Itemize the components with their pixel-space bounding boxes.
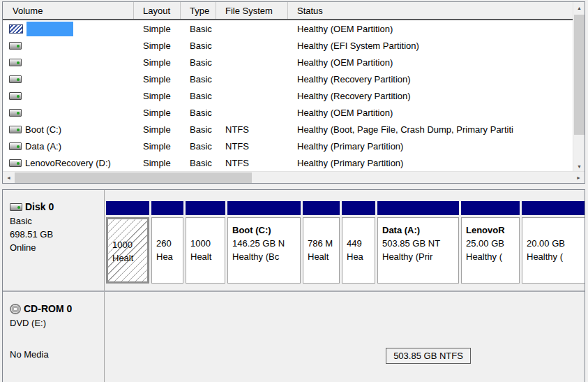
column-header-type[interactable]: Type: [181, 2, 216, 19]
partition-block[interactable]: LenovoR25.00 GBHealthy (: [461, 201, 520, 284]
vertical-scrollbar[interactable]: ▲ ▼: [573, 2, 585, 172]
layout-cell: Simple: [134, 24, 181, 34]
status-cell: Healthy (OEM Partition): [288, 108, 585, 118]
partition-health: Hea: [347, 250, 372, 263]
volume-cell: [3, 92, 134, 100]
partition-status-band: [186, 201, 225, 215]
partition-size: 1000: [112, 238, 145, 251]
layout-cell: Simple: [134, 74, 181, 85]
partition-block[interactable]: 20.00 GBHealthy (: [522, 201, 585, 284]
partition-block[interactable]: Boot (C:)146.25 GB NHealthy (Bc: [227, 201, 301, 284]
scroll-right-arrow-icon[interactable]: ►: [573, 172, 585, 184]
table-row[interactable]: SimpleBasicHealthy (OEM Partition): [3, 54, 585, 71]
partition-status-band: [151, 201, 183, 215]
partition-block-selected[interactable]: 1000Healt: [106, 201, 149, 284]
type-cell: Basic: [181, 41, 216, 51]
column-header-volume[interactable]: Volume: [3, 2, 134, 19]
drive-led-icon: [17, 128, 20, 131]
status-cell: Healthy (OEM Partition): [288, 24, 585, 34]
partition-size: 786 M: [308, 237, 337, 250]
drive-led-icon: [17, 45, 20, 47]
cdrom-header[interactable]: CD-ROM 0 DVD (E:) No Media: [3, 292, 105, 382]
table-row[interactable]: Boot (C:)SimpleBasicNTFSHealthy (Boot, P…: [3, 121, 585, 138]
disk0-graph: 1000Healt260Hea1000HealtBoot (C:)146.25 …: [105, 190, 585, 291]
layout-cell: Simple: [134, 158, 181, 168]
volume-cell: [3, 22, 134, 36]
drive-icon: [9, 126, 22, 133]
partition-size: 146.25 GB N: [232, 237, 298, 250]
partition-body: 1000Healt: [186, 217, 225, 284]
drive-icon: [9, 75, 22, 83]
layout-cell: Simple: [134, 41, 181, 51]
partition-health: Healthy (Prir: [382, 250, 456, 263]
partition-label: [190, 223, 223, 237]
drive-icon: [9, 59, 22, 66]
drive-led-icon: [17, 95, 20, 98]
partition-label: [156, 223, 181, 237]
type-cell: Basic: [181, 108, 216, 118]
partition-block[interactable]: 449Hea: [342, 201, 375, 284]
partition-health: Healt: [308, 250, 337, 263]
table-row[interactable]: SimpleBasicHealthy (EFI System Partition…: [3, 37, 585, 54]
drive-led-icon: [17, 61, 20, 64]
type-cell: Basic: [181, 141, 216, 152]
volume-cell: [3, 59, 134, 66]
layout-cell: Simple: [134, 141, 181, 152]
disk0-header[interactable]: Disk 0 Basic 698.51 GB Online: [3, 190, 105, 291]
type-cell: Basic: [181, 74, 216, 85]
partition-label: [308, 223, 337, 237]
volume-table-header: VolumeLayoutTypeFile SystemStatus: [3, 2, 585, 20]
file-system-cell: NTFS: [216, 141, 288, 152]
table-row[interactable]: SimpleBasicHealthy (Recovery Partition): [3, 87, 585, 104]
partition-health: Healthy (Bc: [232, 250, 298, 263]
partition-size: 25.00 GB: [466, 237, 517, 250]
file-system-cell: NTFS: [216, 124, 288, 135]
drive-icon: [9, 109, 22, 117]
table-row[interactable]: SimpleBasicHealthy (OEM Partition): [3, 20, 585, 37]
partition-size: 1000: [190, 237, 223, 250]
drive-icon: [9, 42, 22, 50]
layout-cell: Simple: [134, 57, 181, 68]
column-header-file-system[interactable]: File System: [216, 2, 288, 19]
partition-block[interactable]: 1000Healt: [186, 201, 225, 284]
drive-icon: [9, 92, 22, 100]
column-header-status[interactable]: Status: [288, 2, 585, 19]
selected-volume-highlight: [27, 22, 73, 36]
size-tooltip: 503.85 GB NTFS: [386, 348, 471, 364]
partition-health: Healt: [112, 251, 145, 265]
vertical-scroll-thumb[interactable]: [574, 15, 585, 135]
disk0-state: Online: [10, 241, 101, 254]
partition-body: 786 MHealt: [303, 217, 340, 284]
table-row[interactable]: SimpleBasicHealthy (Recovery Partition): [3, 71, 585, 87]
disk-led-icon: [17, 206, 20, 209]
table-row[interactable]: LenovoRecovery (D:)SimpleBasicNTFSHealth…: [3, 154, 585, 171]
disk-management-window: VolumeLayoutTypeFile SystemStatus Simple…: [0, 0, 588, 382]
partition-block[interactable]: Data (A:)503.85 GB NTHealthy (Prir: [377, 201, 459, 284]
scroll-left-arrow-icon[interactable]: ◄: [3, 172, 15, 184]
volume-cell: LenovoRecovery (D:): [3, 158, 134, 168]
partition-body: Boot (C:)146.25 GB NHealthy (Bc: [227, 217, 301, 284]
partition-block[interactable]: 260Hea: [151, 201, 183, 284]
partition-health: Healthy (: [466, 250, 517, 263]
partition-block[interactable]: 786 MHealt: [303, 201, 340, 284]
type-cell: Basic: [181, 158, 216, 168]
disk-icon: [10, 203, 22, 211]
table-row[interactable]: Data (A:)SimpleBasicNTFSHealthy (Primary…: [3, 138, 585, 154]
horizontal-scrollbar[interactable]: ◄ ►: [3, 171, 585, 183]
type-cell: Basic: [181, 24, 216, 34]
table-row[interactable]: SimpleBasicHealthy (OEM Partition): [3, 104, 585, 121]
partition-label: LenovoR: [466, 223, 517, 237]
volume-cell: Data (A:): [3, 141, 134, 152]
column-header-layout[interactable]: Layout: [134, 2, 181, 19]
volume-cell: [3, 109, 134, 117]
scroll-up-arrow-icon[interactable]: ▲: [573, 2, 585, 14]
horizontal-scroll-thumb[interactable]: [15, 172, 252, 183]
partition-status-band: [377, 201, 459, 215]
status-cell: Healthy (Primary Partition): [288, 158, 585, 168]
drive-led-icon: [17, 145, 20, 148]
status-cell: Healthy (OEM Partition): [288, 57, 585, 68]
partition-status-band: [342, 201, 375, 215]
status-cell: Healthy (Primary Partition): [288, 141, 585, 152]
cdrom-drive-letter: DVD (E:): [10, 316, 101, 330]
partition-health: Hea: [156, 250, 181, 263]
